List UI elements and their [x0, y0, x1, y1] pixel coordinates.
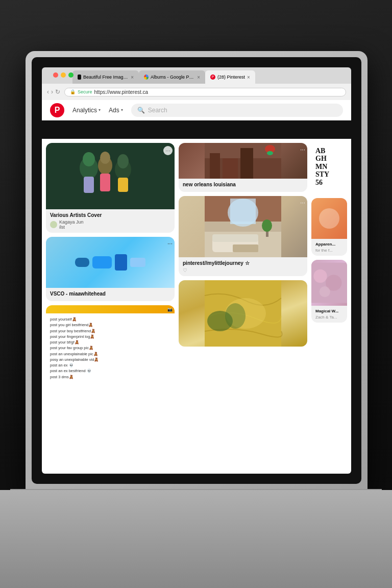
screen-bezel: Beautiful Free Images & Pictur... × Albu…: [32, 57, 361, 484]
typo-line-3: MN: [315, 163, 343, 170]
google-favicon-icon: [144, 75, 149, 80]
new-orleans-more-button[interactable]: ···: [300, 146, 305, 153]
back-button[interactable]: ‹: [47, 88, 49, 95]
laptop-lid: Beautiful Free Images & Pictur... × Albu…: [26, 51, 368, 490]
forward-button[interactable]: ›: [51, 88, 53, 95]
address-bar: ‹ › ↻ 🔒 Secure https://www.pinterest.ca: [42, 84, 351, 100]
tab-pinterest[interactable]: P (28) Pinterest ×: [205, 70, 255, 84]
typo-line-5: 56: [315, 179, 343, 186]
pin-card-vases[interactable]: Various Artists Cover Kagaya Jun ilst: [46, 143, 175, 233]
url-bar[interactable]: 🔒 Secure https://www.pinterest.ca: [64, 88, 346, 96]
pin-card-magical[interactable]: Magical W... Zach & Ta...: [311, 260, 347, 323]
url-text: https://www.pinterest.ca: [94, 89, 149, 95]
pin-column-3: AB GH MN STY 56: [311, 143, 347, 383]
tab-bar: Beautiful Free Images & Pictur... × Albu…: [42, 67, 351, 84]
pinterest-navbar: P Analytics ▾ Ads ▾ 🔍 Search: [42, 100, 351, 120]
vsco-image: [46, 237, 175, 288]
vase-artwork: [46, 143, 175, 209]
new-orleans-image: [179, 143, 307, 179]
tab-unsplash-label: Beautiful Free Images & Pictur...: [83, 75, 129, 80]
lock-icon: 🔒: [70, 89, 76, 94]
pin-more-button[interactable]: ···: [163, 146, 173, 155]
pin-info-vsco: VSCO - miaawhitehead: [46, 288, 175, 301]
ads-nav-item[interactable]: Ads ▾: [109, 107, 123, 114]
pin-title-magical: Magical W...: [315, 309, 343, 313]
pin-card-yellow-marble[interactable]: [179, 280, 307, 347]
magical-svg: [311, 260, 347, 306]
pin-title-new-orleans: new orleans louisiana: [183, 182, 303, 187]
analytics-label: Analytics: [72, 107, 97, 114]
svg-point-8: [117, 154, 129, 168]
search-bar[interactable]: 🔍 Search: [131, 104, 343, 117]
living-room-image: [179, 196, 307, 257]
tab-close-icon[interactable]: ×: [197, 75, 200, 80]
yellow-marble-image: [179, 280, 307, 347]
content-area: Various Artists Cover Kagaya Jun ilst: [42, 139, 351, 474]
author-subtitle: ilst: [59, 225, 84, 230]
vsco-item-shirt: [92, 256, 112, 268]
minimize-button-dot[interactable]: [61, 72, 66, 78]
laptop-base: [0, 490, 392, 588]
text-post-line-10: post an ex bestfriend 💀: [50, 368, 170, 374]
vsco-item-bottle: [115, 254, 127, 271]
text-post-content: post yourself🧸 post you girl bestfriend🧸…: [46, 313, 175, 383]
text-post-header-text: 📸: [167, 307, 173, 312]
pin-card-living-room[interactable]: pinterest//mylittlejourney ☆ ♡ ···: [179, 196, 307, 276]
text-post-line-11: post 3 dms🧸: [50, 374, 170, 380]
svg-point-17: [267, 151, 273, 155]
pinterest-logo[interactable]: P: [50, 103, 64, 117]
pin-column-2: new orleans louisiana ···: [179, 143, 307, 383]
vsco-more-button[interactable]: ···: [167, 240, 173, 247]
heart-icon[interactable]: ♡: [183, 267, 187, 273]
close-button-dot[interactable]: [53, 72, 58, 78]
pin-card-text-post[interactable]: 📸 post yourself🧸 post you girl bestfrien…: [46, 305, 175, 383]
screen-content: Beautiful Free Images & Pictur... × Albu…: [42, 67, 351, 474]
analytics-nav-item[interactable]: Analytics ▾: [72, 107, 101, 114]
pin-info-apparently: Apparen... for the f...: [311, 239, 347, 256]
ads-caret-icon: ▾: [121, 108, 123, 112]
browser-chrome: Beautiful Free Images & Pictur... × Albu…: [42, 67, 351, 120]
svg-rect-12: [210, 153, 220, 179]
pin-author-vases: Kagaya Jun ilst: [50, 219, 170, 230]
pin-info-vases: Various Artists Cover Kagaya Jun ilst: [46, 209, 175, 233]
pin-card-typography[interactable]: AB GH MN STY 56: [311, 143, 347, 194]
maximize-button-dot[interactable]: [68, 72, 74, 78]
pin-subtitle-apparently: for the f...: [315, 248, 343, 253]
pin-title-vases: Various Artists Cover: [50, 212, 170, 218]
reload-button[interactable]: ↻: [55, 88, 60, 95]
secure-label: Secure: [78, 89, 92, 94]
tab-close-icon[interactable]: ×: [247, 75, 250, 80]
pin-title-apparently: Apparen...: [315, 242, 343, 247]
pin-card-vsco[interactable]: VSCO - miaawhitehead ···: [46, 237, 175, 301]
tab-close-icon[interactable]: ×: [131, 75, 134, 80]
new-orleans-svg: [179, 143, 307, 179]
tab-unsplash[interactable]: Beautiful Free Images & Pictur... ×: [72, 70, 139, 84]
pin-title-living-room: pinterest//mylittlejourney ☆: [183, 260, 303, 266]
pinterest-favicon-icon: P: [210, 75, 215, 80]
svg-rect-9: [118, 178, 128, 192]
living-room-more-button[interactable]: ···: [300, 199, 305, 206]
text-post-line-3: post your boy bestfriend🧸: [50, 328, 170, 334]
text-post-line-5: post your bf/gf🧸: [50, 339, 170, 345]
text-post-line-6: post your fav group pic🧸: [50, 345, 170, 351]
apparently-image: [311, 198, 347, 239]
typography-content: AB GH MN STY 56: [311, 143, 347, 194]
search-icon: 🔍: [137, 107, 145, 114]
author-avatar: [50, 221, 57, 228]
svg-point-34: [313, 270, 327, 283]
typo-line-2: GH: [315, 155, 343, 162]
pin-info-magical: Magical W... Zach & Ta...: [311, 306, 347, 323]
tab-google-photos[interactable]: Albums - Google Photos ×: [139, 70, 205, 84]
text-post-line-8: posy an unexplainable vid🧸: [50, 357, 170, 362]
pin-card-new-orleans[interactable]: new orleans louisiana ···: [179, 143, 307, 192]
pin-subtitle-magical: Zach & Ta...: [315, 315, 343, 320]
search-placeholder: Search: [148, 107, 167, 114]
pin-actions-living-room: ♡: [183, 267, 303, 273]
text-post-line-9: post an ex 💀: [50, 362, 170, 368]
pin-card-apparently[interactable]: Apparen... for the f...: [311, 198, 347, 256]
svg-rect-14: [240, 148, 253, 179]
typo-line-1: AB: [315, 147, 343, 155]
scene: Beautiful Free Images & Pictur... × Albu…: [0, 0, 392, 588]
svg-rect-13: [223, 158, 238, 179]
svg-point-5: [100, 152, 110, 164]
